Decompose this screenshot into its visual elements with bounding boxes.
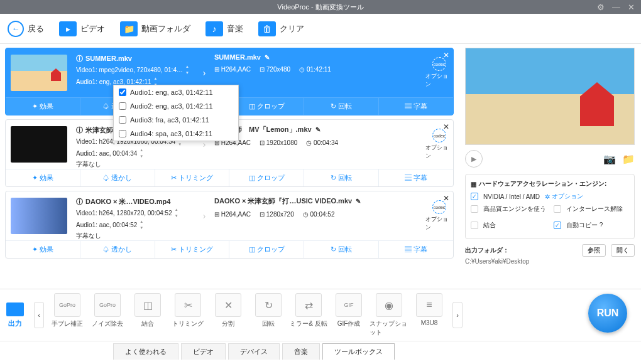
preset-5[interactable]: ↻回転: [249, 293, 288, 337]
preset-2[interactable]: ◫結合: [128, 293, 167, 337]
add-music-button[interactable]: ♪ 音楽: [205, 21, 243, 36]
audio-track-option[interactable]: Audio1: eng, ac3, 01:42:11: [114, 85, 238, 99]
remove-item-icon[interactable]: ✕: [443, 194, 449, 203]
preset-icon: ✕: [215, 293, 241, 317]
preset-icon: ↻: [255, 293, 282, 317]
category-tab[interactable]: ビデオ: [181, 343, 226, 360]
hw-option-button[interactable]: ✲オプション: [545, 192, 583, 201]
browse-button[interactable]: 参照: [582, 244, 606, 257]
deinterlace-checkbox[interactable]: [554, 205, 561, 213]
autocopy-checkbox[interactable]: ✓: [554, 222, 561, 229]
track-checkbox[interactable]: [119, 88, 126, 96]
preset-6[interactable]: ⇄ミラー& 反転: [289, 293, 328, 337]
rename-icon[interactable]: ✎: [356, 198, 361, 205]
clear-button[interactable]: 🗑 クリア: [258, 21, 304, 36]
track-checkbox[interactable]: [119, 116, 126, 124]
hw-gpu-checkbox[interactable]: ✓: [471, 193, 478, 200]
resolution-info: ⊡ 1920x1080: [260, 139, 297, 146]
back-button[interactable]: ← 戻る: [8, 21, 44, 37]
crop-button[interactable]: ◫ クロップ: [229, 169, 304, 186]
audio-track-spinner[interactable]: ▲▼: [140, 147, 143, 159]
track-checkbox[interactable]: [119, 102, 126, 110]
remove-item-icon[interactable]: ✕: [443, 122, 449, 131]
duration-info: ◷ 00:04:34: [306, 139, 338, 146]
preset-prev[interactable]: ‹: [34, 302, 44, 328]
effect-button[interactable]: ✦ 効果: [6, 98, 80, 115]
category-tab[interactable]: よく使われる: [113, 343, 178, 360]
arrow-icon: ›: [198, 191, 211, 240]
category-tab[interactable]: ツールボックス: [322, 343, 395, 360]
dest-filename: SUMMER.mkv ✎: [214, 53, 422, 61]
video-item[interactable]: ✕ DAOKO × 米…VIDEO.mp4 Video1: h264, 1280…: [5, 191, 454, 259]
thumbnail: [11, 55, 67, 91]
preset-icon: ≡: [416, 293, 442, 317]
audio-track-spinner[interactable]: ▲▼: [140, 219, 143, 231]
chip-icon: ▦: [471, 181, 476, 188]
rotate-button[interactable]: ↻ 回転: [304, 98, 379, 115]
preset-1[interactable]: GoProノイズ除去: [88, 293, 127, 337]
rotate-button[interactable]: ↻ 回転: [304, 169, 379, 186]
add-video-button[interactable]: ▸ ビデオ: [59, 21, 105, 36]
minimize-icon[interactable]: —: [612, 3, 620, 12]
play-button[interactable]: ▶: [465, 150, 483, 168]
rename-icon[interactable]: ✎: [265, 54, 270, 61]
window-title: VideoProc - 動画変換ツール: [277, 3, 363, 12]
hw-gpu-label: NVIDIA / Intel / AMD: [483, 193, 540, 200]
titlebar: VideoProc - 動画変換ツール ⚙ — ✕: [0, 0, 641, 14]
preset-9[interactable]: ≡M3U8: [410, 293, 449, 337]
preset-0[interactable]: GoPro手ブレ補正: [48, 293, 87, 337]
effect-button[interactable]: ✦ 効果: [6, 241, 80, 258]
subtitle-button[interactable]: ▤ 字幕: [379, 169, 453, 186]
video-track-spinner[interactable]: ▲▼: [175, 207, 178, 219]
preset-icon: GoPro: [94, 293, 121, 317]
add-folder-button[interactable]: 📁 動画フォルダ: [120, 21, 190, 36]
preset-8[interactable]: ◉スナップショット: [370, 293, 408, 337]
preset-4[interactable]: ✕分割: [209, 293, 248, 337]
merge-checkbox[interactable]: [471, 222, 478, 229]
preset-3[interactable]: ✂トリミング: [168, 293, 207, 337]
duration-info: ◷ 01:42:11: [299, 66, 331, 73]
rename-icon[interactable]: ✎: [315, 126, 320, 133]
close-icon[interactable]: ✕: [628, 3, 635, 12]
source-filename: DAOKO × 米…VIDEO.mp4: [76, 196, 194, 207]
audio-track-option[interactable]: Audio3: fra, ac3, 01:42:11: [114, 113, 238, 127]
preset-icon: ◫: [134, 293, 161, 317]
watermark-button[interactable]: ♤ 透かし: [80, 169, 155, 186]
category-tab[interactable]: デバイス: [228, 343, 280, 360]
preview-panel: ▶ 📷 📁 ▦ ハードウェアアクセラレーション・エンジン: ✓ NVIDIA /…: [459, 44, 641, 282]
subtitle-button[interactable]: ▤ 字幕: [379, 241, 453, 258]
trim-button[interactable]: ✂ トリミング: [155, 241, 230, 258]
open-button[interactable]: 開く: [611, 244, 635, 257]
hq-checkbox[interactable]: [471, 205, 478, 213]
preset-7[interactable]: GIFGIF作成: [329, 293, 368, 337]
track-checkbox[interactable]: [119, 130, 126, 137]
preset-icon: ◉: [376, 293, 402, 317]
audio-track-dropdown[interactable]: Audio1: eng, ac3, 01:42:11Audio2: eng, a…: [113, 85, 239, 141]
preset-icon: GoPro: [54, 293, 80, 317]
bottom-bar: 出力 ‹ GoPro手ブレ補正GoProノイズ除去◫結合✂トリミング✕分割↻回転…: [0, 289, 641, 364]
crop-button[interactable]: ◫ クロップ: [229, 241, 304, 258]
category-tab[interactable]: 音楽: [282, 343, 320, 360]
output-folder-label: 出力フォルダ：: [465, 246, 509, 255]
audio-track-option[interactable]: Audio2: eng, ac3, 01:42:11: [114, 99, 238, 113]
audio-track-option[interactable]: Audio4: spa, ac3, 01:42:11: [114, 127, 238, 141]
dest-filename: 米津玄師 MV「Lemon」.mkv ✎: [214, 125, 422, 134]
snapshot-icon[interactable]: 📷: [603, 153, 616, 165]
preview-image: [465, 48, 635, 145]
effect-button[interactable]: ✦ 効果: [6, 169, 80, 186]
watermark-button[interactable]: ♤ 透かし: [80, 241, 155, 258]
settings-icon[interactable]: ⚙: [597, 3, 605, 12]
video-track-spinner[interactable]: ▲▼: [185, 64, 189, 76]
trim-button[interactable]: ✂ トリミング: [155, 169, 230, 186]
preset-next[interactable]: ›: [452, 302, 463, 328]
output-profile[interactable]: 出力: [6, 302, 24, 328]
run-button[interactable]: RUN: [588, 294, 627, 333]
remove-item-icon[interactable]: ✕: [443, 51, 449, 60]
rotate-button[interactable]: ↻ 回転: [304, 241, 379, 258]
open-folder-icon[interactable]: 📁: [622, 153, 635, 165]
subtitle-button[interactable]: ▤ 字幕: [379, 98, 453, 115]
gear-icon: ✲: [545, 193, 550, 200]
crop-button[interactable]: ◫ クロップ: [229, 98, 304, 115]
video-icon: ▸: [59, 21, 77, 36]
resolution-info: ⊡ 1280x720: [260, 211, 294, 218]
